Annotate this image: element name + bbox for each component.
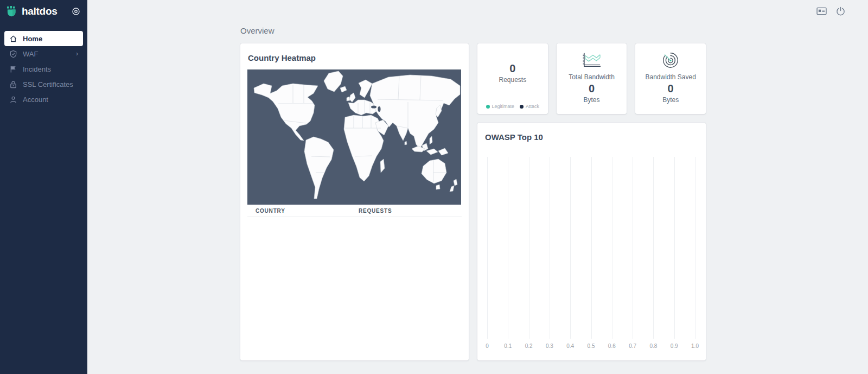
bandwidth-chart-icon	[580, 50, 603, 70]
requests-value: 0	[499, 62, 526, 74]
chevron-right-icon: ›	[76, 50, 78, 58]
attack-dot	[520, 105, 524, 109]
x-tick-label: 0.1	[504, 343, 512, 349]
x-tick-label: 0.4	[566, 343, 574, 349]
column-header-requests: REQUESTS	[359, 208, 392, 214]
settings-icon[interactable]	[72, 7, 80, 16]
page-title: Overview	[240, 26, 706, 35]
logo-text[interactable]: haltdos	[22, 5, 57, 17]
haltdos-logo-icon[interactable]	[7, 6, 18, 17]
lock-icon	[9, 80, 17, 88]
total-bandwidth-value: 0	[589, 83, 595, 95]
gridline	[695, 157, 695, 339]
power-icon[interactable]	[836, 6, 846, 16]
sidebar-item-label: WAF	[23, 50, 38, 58]
bandwidth-saved-spiral-icon	[661, 50, 680, 70]
logo-row: haltdos	[0, 0, 87, 17]
legend-item-attack: Attack	[520, 104, 539, 109]
gridline	[487, 157, 488, 339]
x-tick-label: 0.7	[629, 343, 636, 349]
shield-icon	[9, 50, 17, 58]
bandwidth-saved-value: 0	[668, 83, 674, 95]
country-heatmap-card: Country Heatmap	[240, 43, 469, 360]
requests-stat-card: 0 Requests Legitimate Attack	[477, 43, 548, 114]
sidebar-item-account[interactable]: Account	[4, 92, 83, 107]
content: Overview Country Heatmap	[240, 0, 706, 360]
x-tick-label: 0.9	[671, 343, 678, 349]
sidebar: haltdos Home WAF ›	[0, 0, 87, 374]
user-icon	[9, 96, 17, 104]
home-icon	[9, 35, 17, 43]
requests-legend: Legitimate Attack	[477, 104, 548, 109]
legend-item-legitimate: Legitimate	[486, 104, 515, 109]
gridline	[612, 157, 612, 339]
x-tick-label: 0.5	[588, 343, 595, 349]
sidebar-item-waf[interactable]: WAF ›	[4, 46, 83, 61]
owasp-title: OWASP Top 10	[485, 132, 699, 142]
column-header-country: COUNTRY	[256, 208, 359, 214]
owasp-plot-gridlines	[487, 157, 695, 339]
flag-icon	[9, 65, 17, 73]
world-map[interactable]	[247, 69, 461, 205]
gridline	[633, 157, 633, 339]
sidebar-item-label: SSL Certificates	[23, 80, 73, 88]
legitimate-dot	[486, 105, 490, 109]
x-tick-label: 0.3	[546, 343, 553, 349]
sidebar-item-label: Account	[23, 96, 48, 104]
total-bandwidth-card: Total Bandwidth 0 Bytes	[557, 43, 627, 114]
x-tick-label: 0.2	[525, 343, 533, 349]
gridline	[591, 157, 592, 339]
x-tick-label: 0.6	[608, 343, 616, 349]
gridline	[674, 157, 675, 339]
x-tick-label: 0.8	[649, 343, 657, 349]
gridline	[570, 157, 571, 339]
bandwidth-saved-label: Bandwidth Saved	[645, 73, 695, 81]
bandwidth-saved-card: Bandwidth Saved 0 Bytes	[635, 43, 706, 114]
owasp-top10-card: OWASP Top 10 00.10.20.30.40.50.60.70.80.…	[477, 123, 706, 360]
sidebar-item-home[interactable]: Home	[4, 31, 83, 46]
gridline	[550, 157, 550, 339]
gridline	[508, 157, 508, 339]
sidebar-nav: Home WAF › Incidents	[0, 26, 87, 107]
owasp-x-axis: 00.10.20.30.40.50.60.70.80.91.0	[487, 343, 695, 350]
gridline	[529, 157, 529, 339]
owasp-chart: 00.10.20.30.40.50.60.70.80.91.0	[484, 143, 699, 354]
country-heatmap-title: Country Heatmap	[248, 53, 462, 62]
sidebar-item-incidents[interactable]: Incidents	[4, 61, 83, 77]
license-card-icon[interactable]	[816, 6, 827, 16]
sidebar-item-label: Home	[23, 35, 42, 43]
main-area: Overview Country Heatmap	[87, 0, 868, 374]
x-tick-label: 1.0	[691, 343, 699, 349]
sidebar-item-label: Incidents	[23, 65, 51, 73]
bandwidth-saved-unit: Bytes	[662, 96, 679, 104]
total-bandwidth-label: Total Bandwidth	[569, 73, 615, 81]
requests-label: Requests	[499, 76, 526, 84]
sidebar-item-ssl-certificates[interactable]: SSL Certificates	[4, 77, 83, 92]
x-tick-label: 0	[486, 343, 489, 349]
heatmap-table-header: COUNTRY REQUESTS	[247, 205, 462, 217]
total-bandwidth-unit: Bytes	[584, 96, 600, 104]
header-actions	[816, 6, 846, 16]
gridline	[653, 157, 654, 339]
